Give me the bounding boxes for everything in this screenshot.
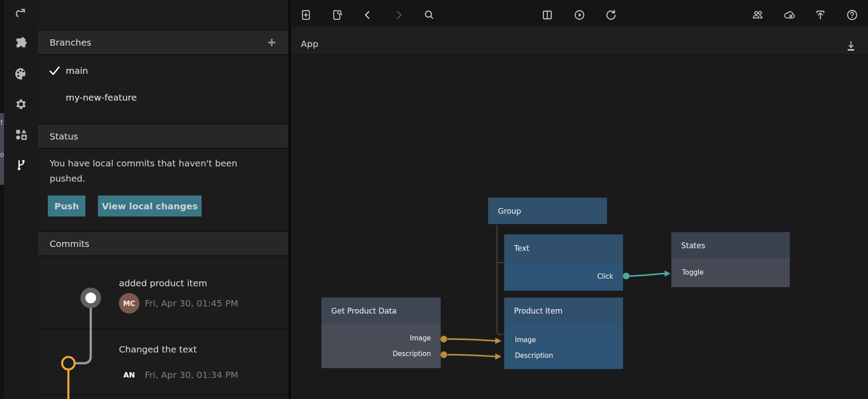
clipped-edge-panel: t o <box>0 0 4 399</box>
branch-check-placeholder <box>47 91 62 104</box>
status-message: You have local commits that haven't been… <box>50 156 264 186</box>
node-title: Text <box>504 234 623 262</box>
marketplace-icon[interactable] <box>13 127 29 142</box>
output-port-image[interactable]: Image <box>410 334 431 342</box>
clipped-edge-block: t o <box>0 113 4 185</box>
refresh-icon[interactable] <box>603 8 618 22</box>
node-title: Group <box>488 198 607 224</box>
commit-row[interactable]: added product item MC Fri, Apr 30, 01:45… <box>38 256 288 330</box>
commit-timestamp: Fri, Apr 30, 01:45 PM <box>145 298 238 309</box>
commit-avatar: MC <box>119 293 139 314</box>
noodl-editor-window: t o <box>0 0 868 399</box>
navigate-back-icon[interactable] <box>360 8 375 22</box>
node-title: States <box>671 232 790 259</box>
components-puzzle-icon[interactable] <box>13 36 29 51</box>
status-title: Status <box>50 131 78 142</box>
input-port-description[interactable]: Description <box>515 352 553 360</box>
view-local-changes-button[interactable]: View local changes <box>98 195 202 216</box>
branch-name: main <box>66 65 88 76</box>
edge-fragment-2: o <box>0 151 4 159</box>
node-text[interactable]: Text Click <box>504 234 623 291</box>
download-icon[interactable] <box>846 40 856 54</box>
activity-bar <box>4 0 38 399</box>
component-search-icon[interactable] <box>330 8 344 22</box>
canvas-toolbar <box>291 0 868 27</box>
version-control-panel: Branches main my-new-feature Status You … <box>38 0 288 399</box>
branches-title: Branches <box>50 37 91 48</box>
branch-item-main[interactable]: main <box>38 60 288 81</box>
branch-name: my-new-feature <box>66 92 137 103</box>
deploy-upload-icon[interactable] <box>813 8 827 22</box>
commit-meta: MC Fri, Apr 30, 01:45 PM <box>119 293 238 314</box>
output-port-description[interactable]: Description <box>393 350 431 358</box>
commit-timestamp: Fri, Apr 30, 01:34 PM <box>145 369 238 380</box>
node-get-product-data[interactable]: Get Product Data Image Description <box>321 297 441 368</box>
navigate-forward-icon[interactable] <box>392 8 406 22</box>
preview-play-icon[interactable] <box>572 8 586 22</box>
branches-section-header: Branches <box>38 30 288 55</box>
node-title: Get Product Data <box>321 297 441 324</box>
node-title: Product Item <box>504 297 623 324</box>
add-branch-button[interactable] <box>267 38 277 47</box>
component-breadcrumb-bar: App <box>291 27 868 55</box>
node-group[interactable]: Group <box>488 198 607 224</box>
commit-message: Changed the text <box>119 344 197 355</box>
branch-item-my-new-feature[interactable]: my-new-feature <box>38 87 288 108</box>
cloud-services-icon[interactable] <box>782 8 796 22</box>
status-section-header: Status <box>38 123 288 149</box>
add-node-icon[interactable] <box>299 8 313 22</box>
commits-title: Commits <box>50 238 89 249</box>
collaborators-icon[interactable] <box>750 8 765 22</box>
edge-fragment-1: t <box>0 119 3 127</box>
node-product-item[interactable]: Product Item Image Description <box>504 297 623 369</box>
styles-palette-icon[interactable] <box>13 66 29 81</box>
commit-avatar: AN <box>119 365 139 385</box>
push-button[interactable]: Push <box>48 195 85 216</box>
breadcrumb[interactable]: App <box>301 38 318 49</box>
commit-meta: AN Fri, Apr 30, 01:34 PM <box>119 365 238 385</box>
panel-canvas-divider[interactable] <box>288 0 291 399</box>
settings-gear-icon[interactable] <box>13 97 29 112</box>
help-icon[interactable] <box>845 8 859 22</box>
search-icon[interactable] <box>422 8 436 22</box>
version-control-branch-icon[interactable] <box>13 157 29 172</box>
current-branch-check-icon <box>47 64 62 77</box>
commit-message: added product item <box>119 278 207 289</box>
noodl-logo-icon[interactable] <box>13 5 29 20</box>
split-view-icon[interactable] <box>540 8 554 22</box>
input-port-image[interactable]: Image <box>515 336 536 344</box>
commits-section-header: Commits <box>38 231 288 256</box>
commit-row[interactable]: Changed the text AN Fri, Apr 30, 01:34 P… <box>38 330 288 395</box>
input-port-toggle[interactable]: Toggle <box>682 268 704 276</box>
output-port-click[interactable]: Click <box>597 272 613 280</box>
node-states[interactable]: States Toggle <box>671 232 790 287</box>
